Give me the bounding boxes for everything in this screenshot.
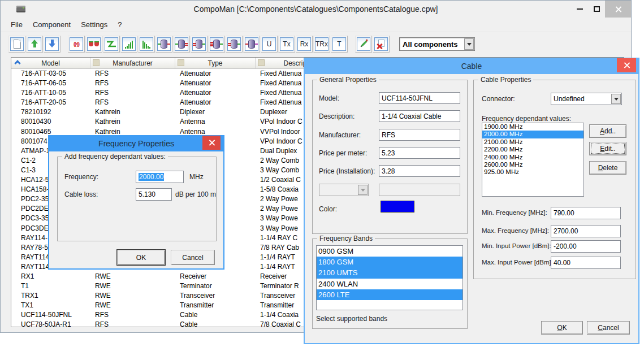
description-input[interactable]: 1-1/4 Coaxial Cable [379, 110, 460, 122]
list-item[interactable]: 2600 LTE [317, 289, 463, 300]
menu-file[interactable]: File [6, 18, 28, 31]
combiner-filter-button-5[interactable] [226, 36, 243, 53]
terminator-filter-button[interactable]: T [331, 36, 348, 53]
fp-close-button[interactable] [202, 136, 221, 150]
download-arrow-icon [48, 40, 56, 49]
combiner-icon [175, 40, 188, 49]
cell: RFS [90, 98, 175, 107]
list-item[interactable]: 2600.00 MHz [482, 161, 584, 168]
max-input-power-input[interactable]: 40.00 [551, 257, 621, 269]
cell: 716-ATT-20-05 [11, 98, 90, 107]
cancel-button[interactable]: Cancel [587, 321, 630, 335]
attenuator-filter-button[interactable] [138, 36, 155, 53]
color-swatch[interactable] [381, 201, 414, 212]
menu-settings[interactable]: Settings [76, 18, 113, 31]
manufacturer-input[interactable]: RFS [379, 129, 460, 141]
window-title: CompoMan [C:\Components\Catalogues\Compo… [1, 5, 631, 14]
download-button[interactable] [44, 36, 60, 53]
trx-filter-button[interactable]: TRx [313, 36, 330, 53]
upload-arrow-icon [31, 40, 38, 49]
price-installation-input[interactable]: 3.28 [379, 165, 460, 177]
frequency-label: Frequency: [64, 173, 98, 181]
ok-button[interactable]: OK [541, 321, 583, 335]
list-item[interactable]: 2000.00 MHz [482, 131, 584, 138]
model-input[interactable]: UCF114-50JFNL [379, 92, 460, 104]
max-frequency-input[interactable]: 2700.00 [551, 225, 621, 237]
cancel-button[interactable]: Cancel [171, 250, 215, 265]
minimize-button[interactable] [571, 1, 588, 18]
close-icon [209, 140, 215, 146]
frequency-unit: MHz [189, 173, 204, 181]
list-item[interactable]: 925.00 MHz [482, 168, 584, 176]
combiner-filter-button-3[interactable] [191, 36, 208, 53]
column-header-model[interactable]: Model [11, 58, 90, 68]
cell: UCF78-50JA-R1 [11, 320, 90, 327]
menu-help[interactable]: ? [113, 18, 127, 31]
amplifier-filter-button[interactable] [120, 36, 137, 53]
list-item[interactable]: 1800 GSM [317, 257, 463, 267]
cable-loss-input[interactable]: 5.130 [136, 188, 172, 201]
repeater-filter-button[interactable] [85, 36, 102, 53]
fp-dialog-titlebar[interactable]: Frequency Properties [48, 135, 224, 151]
cell: UCF114-50JFNL [11, 310, 90, 320]
close-icon [615, 6, 621, 12]
list-item[interactable]: 2100.00 MHz [482, 138, 584, 146]
group-label: Frequency Bands [317, 235, 375, 242]
cable-filter-button[interactable] [103, 36, 120, 53]
list-item[interactable]: 2400.00 MHz [482, 154, 584, 161]
unknown-filter-button[interactable]: U [261, 36, 278, 53]
combiner-filter-button-4[interactable] [208, 36, 225, 53]
description-label: Description: [319, 112, 355, 120]
cell: RFS [90, 69, 175, 79]
chevron-down-icon[interactable] [464, 38, 474, 50]
cell: TX1 [11, 301, 90, 310]
list-item[interactable]: 0900 GSM [317, 246, 463, 257]
manufacturer-label: Manufacturer: [319, 131, 361, 139]
min-input-power-input[interactable]: -200.00 [551, 240, 621, 253]
upload-button[interactable] [26, 36, 43, 53]
cell: Kathrein [90, 107, 175, 117]
price-per-meter-input[interactable]: 5.23 [379, 147, 460, 159]
maximize-button[interactable] [588, 1, 605, 18]
frequency-values-list: 1900.00 MHz2000.00 MHz2100.00 MHz2200.00… [482, 123, 584, 197]
edit-pencil-icon [358, 39, 369, 49]
combiner-filter-button-6[interactable] [243, 36, 260, 53]
edit-component-button[interactable] [355, 36, 372, 53]
antenna-filter-button[interactable]: ((•)) [68, 36, 85, 53]
cable-zigzag-icon [106, 40, 117, 49]
delete-component-button[interactable] [373, 36, 390, 53]
list-item[interactable]: 2200.00 MHz [482, 146, 584, 153]
cell: TRX1 [11, 291, 90, 301]
group-label: General Properties [317, 76, 379, 84]
combiner-icon [228, 40, 240, 49]
cable-dialog-title: Cable [461, 62, 482, 71]
combiner-icon [245, 40, 258, 49]
cell: Attenuator [175, 88, 256, 98]
cable-close-button[interactable] [617, 58, 636, 72]
column-header-type[interactable]: Type [175, 58, 256, 68]
connector-combo[interactable]: Undefined [551, 93, 622, 105]
min-frequency-input[interactable]: 790.00 [551, 207, 621, 219]
delete-button[interactable]: Delete [589, 161, 626, 175]
column-label: Manufacturer [113, 59, 153, 67]
add-values-group: Add frequency dependant values: Frequenc… [57, 157, 217, 241]
rx-filter-button[interactable]: Rx [296, 36, 313, 53]
new-component-button[interactable] [8, 36, 25, 53]
ok-button[interactable]: OK [117, 250, 165, 265]
cable-dialog-titlebar[interactable]: Cable [304, 58, 639, 74]
titlebar[interactable]: CompoMan [C:\Components\Catalogues\Compo… [1, 1, 631, 18]
frequency-input[interactable]: 2000.00 [136, 171, 184, 183]
combiner-filter-button-2[interactable] [173, 36, 190, 53]
add-button[interactable]: Add.. [589, 124, 626, 138]
combiner-filter-button-1[interactable] [155, 36, 172, 53]
list-item[interactable]: 2400 WLAN [317, 279, 463, 289]
edit-button[interactable]: Edit.. [589, 142, 626, 155]
cell: RWE [90, 281, 175, 291]
column-header-manufacturer[interactable]: Manufacturer [90, 58, 175, 68]
component-filter-dropdown[interactable]: All components [399, 37, 475, 51]
list-item[interactable]: 1900.00 MHz [482, 123, 584, 131]
close-window-button[interactable] [605, 1, 631, 18]
tx-filter-button[interactable]: Tx [278, 36, 295, 53]
list-item[interactable]: 2100 UMTS [317, 267, 463, 278]
menu-component[interactable]: Component [28, 18, 76, 31]
